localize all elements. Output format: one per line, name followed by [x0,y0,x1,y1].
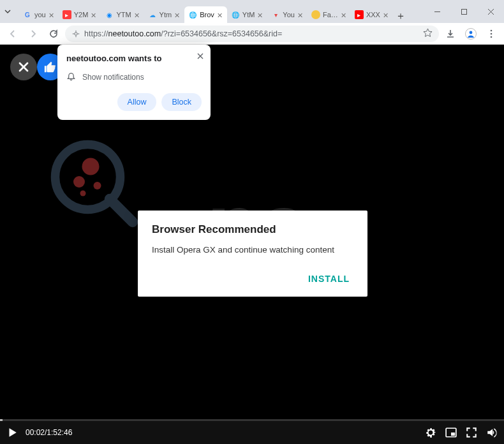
close-icon[interactable]: ✕ [174,11,181,18]
settings-gear-icon[interactable] [425,427,436,438]
notification-permission-popup: neetoutoo.com wants to Show notification… [57,45,211,120]
svg-point-9 [82,158,100,175]
site-settings-icon[interactable] [71,29,80,38]
tab-search-dropdown[interactable] [0,0,15,23]
pip-icon[interactable] [445,427,457,438]
cloud-icon: ☁ [148,10,157,19]
volume-icon[interactable] [486,427,498,438]
svg-rect-0 [461,9,466,14]
svg-point-11 [94,182,101,189]
window-controls [424,0,504,23]
notification-title: neetoutoo.com wants to [66,54,202,63]
close-icon[interactable]: ✕ [91,11,97,18]
tab-7[interactable]: Farm✕ [308,6,351,23]
play-icon[interactable] [6,427,18,438]
new-tab-button[interactable]: ＋ [393,10,408,23]
tab-3[interactable]: ☁Ytm✕ [144,6,185,23]
video-controls-bar: 00:02/1:52:46 [0,421,504,444]
tab-6[interactable]: ▾You✕ [267,6,308,23]
close-window-button[interactable] [477,0,504,23]
close-icon[interactable]: ✕ [257,11,263,18]
svg-point-12 [80,191,86,196]
tab-label: Ytm [159,11,172,18]
svg-line-8 [110,199,133,222]
maximize-button[interactable] [450,0,477,23]
tab-1[interactable]: ▸Y2M✕ [59,6,101,23]
minimize-button[interactable] [424,0,450,23]
globe-icon: 🌐 [231,10,240,19]
tab-label: Y2M [74,11,89,18]
profile-avatar-icon[interactable] [462,25,480,43]
globe-icon: 🌐 [188,10,197,19]
svg-point-4 [491,29,493,31]
tab-strip: Gyou✕ ▸Y2M✕ ◉YTM✕ ☁Ytm✕ 🌐Brov✕ 🌐YtM✕ ▾Yo… [15,0,424,23]
page-content: pc risk.com neetoutoo.com wants to Show … [0,45,504,444]
close-icon[interactable]: ✕ [48,11,55,18]
url-text: https://neetoutoo.com/?rzi=6534656&rsz=6… [84,29,282,38]
video-time: 00:02/1:52:46 [26,428,72,437]
notification-body-text: Show notifications [82,73,144,82]
notification-body-row: Show notifications [66,72,202,82]
close-icon[interactable]: ✕ [217,11,223,18]
google-icon: G [23,10,32,19]
page-close-button[interactable] [10,54,37,80]
v-icon: ▾ [271,10,280,19]
downloads-icon[interactable] [441,25,459,43]
tab-label: Brov [200,11,214,18]
allow-button[interactable]: Allow [117,93,157,111]
farm-icon [311,10,320,19]
block-button[interactable]: Block [161,93,202,111]
close-icon[interactable]: ✕ [297,11,304,18]
notification-close-button[interactable] [196,51,204,63]
tab-4-active[interactable]: 🌐Brov✕ [184,6,227,23]
tab-5[interactable]: 🌐YtM✕ [227,6,268,23]
close-icon[interactable]: ✕ [134,11,140,18]
browser-recommended-dialog: Browser Recommended Install Opera GX and… [138,211,367,297]
youtube-icon: ▸ [355,10,364,19]
svg-point-5 [491,33,493,34]
svg-point-10 [73,176,85,188]
tab-label: You [283,11,295,18]
thumbs-up-icon [43,60,57,74]
tab-label: YTM [116,11,131,18]
address-bar: https://neetoutoo.com/?rzi=6534656&rsz=6… [0,23,504,45]
tab-label: YtM [242,11,255,18]
reload-button[interactable] [45,25,63,43]
bookmark-star-icon[interactable] [423,28,433,40]
svg-point-7 [56,145,121,210]
dialog-title: Browser Recommended [152,223,353,236]
y2m-icon: ▸ [63,10,71,19]
tab-8[interactable]: ▸XXX✕ [351,6,393,23]
svg-point-6 [491,36,493,38]
tab-label: you [34,11,46,18]
browser-titlebar: Gyou✕ ▸Y2M✕ ◉YTM✕ ☁Ytm✕ 🌐Brov✕ 🌐YtM✕ ▾Yo… [0,0,504,23]
svg-point-1 [75,32,77,34]
fullscreen-icon[interactable] [466,427,477,438]
back-button[interactable] [4,25,22,43]
install-button[interactable]: INSTALL [304,271,353,286]
tab-label: Farm [323,11,338,18]
forward-button[interactable] [24,25,42,43]
bell-icon [66,72,76,82]
close-icon[interactable]: ✕ [383,11,389,18]
tab-2[interactable]: ◉YTM✕ [101,6,144,23]
dialog-body: Install Opera GX and continue watching c… [152,245,353,255]
close-icon[interactable]: ✕ [341,11,347,18]
svg-point-3 [470,31,473,34]
menu-icon[interactable] [482,25,500,43]
url-input[interactable]: https://neetoutoo.com/?rzi=6534656&rsz=6… [65,26,439,42]
tab-label: XXX [366,11,380,18]
tab-0[interactable]: Gyou✕ [19,6,59,23]
svg-rect-14 [451,433,455,436]
messenger-icon: ◉ [105,10,114,19]
